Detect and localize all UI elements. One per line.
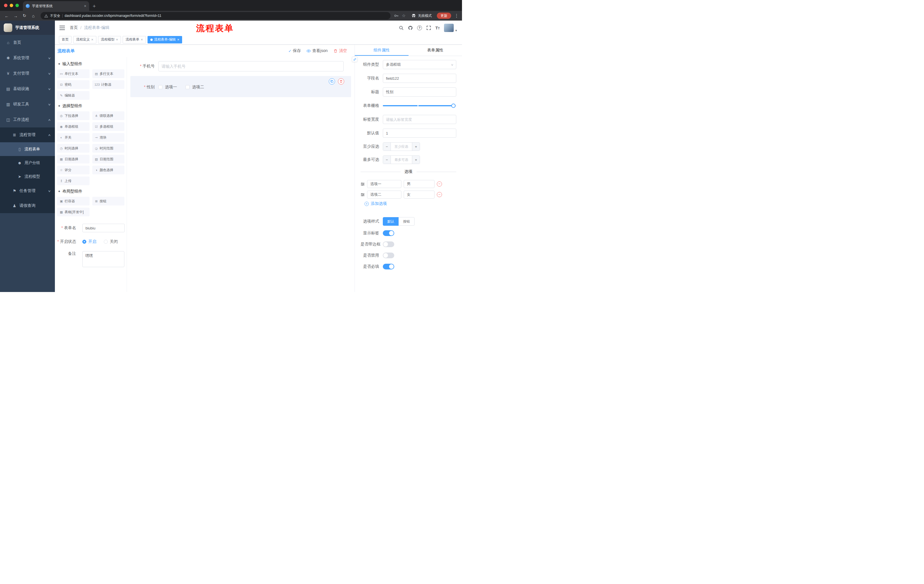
canvas-field-phone[interactable]: 手机号 <box>130 61 351 71</box>
save-button[interactable]: ✓ 保存 <box>288 48 301 53</box>
new-tab-button[interactable]: + <box>92 3 96 9</box>
home-icon[interactable]: ⌂ <box>30 13 37 18</box>
sidebar-item-home[interactable]: ⌂ 首页 <box>0 35 55 50</box>
minus-icon[interactable]: − <box>383 143 391 151</box>
github-icon[interactable] <box>408 25 413 30</box>
palette-item-cascader[interactable]: ⋔级联选择 <box>92 112 125 120</box>
component-type-select[interactable]: 多选框组 ∨ <box>383 60 456 69</box>
palette-item-select[interactable]: ◎下拉选择 <box>57 112 89 120</box>
search-icon[interactable] <box>399 25 404 30</box>
max-select-value[interactable]: 最多可选 <box>391 156 412 164</box>
palette-item-rate[interactable]: ☆评分 <box>57 166 89 174</box>
palette-item-date-range[interactable]: ▧日期范围 <box>92 155 125 163</box>
palette-item-time-picker[interactable]: ◷时间选择 <box>57 144 89 153</box>
option-1-value-input[interactable] <box>404 180 434 188</box>
window-zoom-button[interactable] <box>15 4 19 7</box>
tab-close-icon[interactable]: × <box>84 4 86 8</box>
required-switch[interactable] <box>383 264 394 270</box>
window-minimize-button[interactable] <box>10 4 13 7</box>
status-off-radio[interactable]: 关闭 <box>104 239 118 244</box>
sidebar-item-payment-management[interactable]: ¥ 支付管理 ∨ <box>0 66 55 81</box>
help-icon[interactable]: ? <box>417 25 422 30</box>
tagview-tab-process-form-edit[interactable]: 流程表单-编辑 × <box>147 36 182 43</box>
tagview-tab-home[interactable]: 首页 <box>59 36 71 43</box>
password-key-icon[interactable] <box>394 13 399 18</box>
status-on-radio[interactable]: 开启 <box>82 239 96 244</box>
breadcrumb-home[interactable]: 首页 <box>70 25 78 30</box>
sidebar-item-infrastructure[interactable]: ▤ 基础设施 ∨ <box>0 81 55 97</box>
palette-item-editor[interactable]: ✎编辑器 <box>57 91 89 100</box>
phone-input[interactable] <box>158 61 344 71</box>
canvas-field-gender-selected[interactable]: 性别 选项一 选项二 <box>130 76 351 97</box>
browser-menu-icon[interactable]: ⋮ <box>454 13 459 18</box>
sidebar-item-dev-tools[interactable]: ▥ 研发工具 ∨ <box>0 97 55 112</box>
update-button[interactable]: 更新 <box>437 13 451 19</box>
tab-component-props[interactable]: 组件属性 <box>355 44 409 56</box>
title-input[interactable] <box>383 87 456 97</box>
address-bar[interactable]: 不安全 dashboard.yudao.iocoder.cn/bpm/manag… <box>41 12 391 20</box>
palette-item-color-picker[interactable]: ◑颜色选择 <box>92 166 125 174</box>
show-label-switch[interactable] <box>383 230 394 236</box>
delete-component-button[interactable] <box>338 78 344 85</box>
option-2-value-input[interactable] <box>404 191 434 199</box>
remove-option-icon[interactable]: − <box>437 181 442 187</box>
tag-close-icon[interactable]: × <box>141 38 143 41</box>
tagview-tab-process-model[interactable]: 流程模型 × <box>98 36 121 43</box>
remove-option-icon[interactable]: − <box>437 192 442 197</box>
tagview-tab-process-form[interactable]: 流程表单 × <box>123 36 146 43</box>
font-size-icon[interactable]: TT <box>436 25 440 30</box>
option-style-default-button[interactable]: 默认 <box>383 217 399 226</box>
sidebar-item-system-management[interactable]: ✱ 系统管理 ∨ <box>0 50 55 66</box>
option-1-label-input[interactable] <box>367 180 401 188</box>
palette-item-counter[interactable]: 123计数器 <box>92 80 125 89</box>
option-2-label-input[interactable] <box>367 191 401 199</box>
gender-option-2-checkbox[interactable]: 选项二 <box>186 85 204 90</box>
min-select-value[interactable]: 至少应选 <box>391 143 412 151</box>
window-close-button[interactable] <box>4 4 7 7</box>
forward-icon[interactable]: → <box>12 13 20 18</box>
slider-handle[interactable] <box>451 104 455 108</box>
palette-item-table[interactable]: ▩表格[开发中] <box>57 208 89 216</box>
palette-item-radio-group[interactable]: ◉单选框组 <box>57 122 89 131</box>
palette-item-single-line-text[interactable]: ▭单行文本 <box>57 69 89 78</box>
drag-handle-icon[interactable] <box>361 192 365 197</box>
field-name-input[interactable] <box>383 74 456 83</box>
add-option-button[interactable]: + 添加选项 <box>365 201 456 206</box>
border-switch[interactable] <box>383 242 394 247</box>
drag-handle-icon[interactable] <box>361 182 365 186</box>
grid-slider[interactable] <box>383 101 456 110</box>
app-logo[interactable]: 芋道管理系统 <box>0 21 55 35</box>
palette-item-date-picker[interactable]: ▦日期选择 <box>57 155 89 163</box>
remark-textarea[interactable]: 嘿嘿 <box>82 251 124 267</box>
tag-close-icon[interactable]: × <box>116 38 118 41</box>
palette-item-row-container[interactable]: ▣行容器 <box>57 197 89 206</box>
reload-icon[interactable]: ↻ <box>21 13 28 18</box>
hamburger-icon[interactable] <box>59 25 65 30</box>
palette-item-time-range[interactable]: ◶时间范围 <box>92 144 125 153</box>
bookmark-star-icon[interactable]: ☆ <box>402 13 406 18</box>
link-button[interactable] <box>352 57 357 62</box>
gender-option-1-checkbox[interactable]: 选项一 <box>158 85 177 90</box>
palette-item-switch[interactable]: ◐开关 <box>57 133 89 142</box>
palette-item-multi-line-text[interactable]: ▤多行文本 <box>92 69 125 78</box>
palette-item-password[interactable]: ⊡密码 <box>57 80 89 89</box>
plus-icon[interactable]: + <box>412 156 420 164</box>
tagview-tab-process-definition[interactable]: 流程定义 × <box>73 36 96 43</box>
palette-item-slider[interactable]: ⊸滑块 <box>92 133 125 142</box>
option-style-button-button[interactable]: 按钮 <box>399 217 414 226</box>
default-value-input[interactable] <box>383 128 456 138</box>
label-width-input[interactable] <box>383 115 456 124</box>
minus-icon[interactable]: − <box>383 156 391 164</box>
form-name-input[interactable] <box>82 224 125 232</box>
view-json-button[interactable]: 查看json <box>307 48 328 53</box>
sidebar-item-process-form[interactable]: ▯ 流程表单 <box>0 142 55 156</box>
sidebar-item-process-management[interactable]: ≣ 流程管理 ∧ <box>0 127 55 142</box>
palette-item-button[interactable]: ⊞按钮 <box>92 197 125 206</box>
sidebar-item-task-management[interactable]: ⚑ 任务管理 ∨ <box>0 183 55 198</box>
sidebar-item-workflow[interactable]: ◫ 工作流程 ∧ <box>0 112 55 127</box>
slider-track[interactable] <box>383 105 456 106</box>
sidebar-item-leave-query[interactable]: ♟ 请假查询 <box>0 198 55 213</box>
user-menu[interactable]: ▼ <box>444 24 457 32</box>
disabled-switch[interactable] <box>383 253 394 258</box>
tag-close-icon[interactable]: × <box>91 38 94 41</box>
